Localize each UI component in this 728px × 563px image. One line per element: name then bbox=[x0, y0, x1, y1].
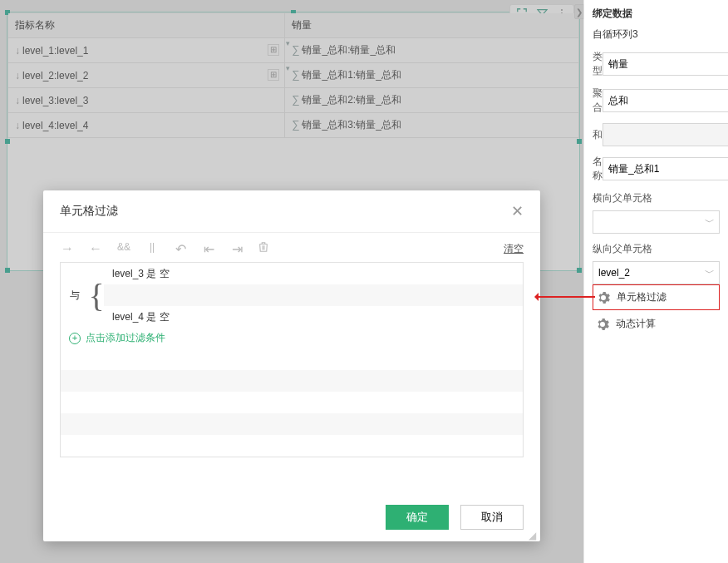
condition-row-empty bbox=[61, 413, 523, 435]
dynamic-calc-label: 动态计算 bbox=[616, 317, 656, 331]
and-icon[interactable]: && bbox=[116, 241, 131, 257]
condition-row[interactable]: level_4 是 空 bbox=[104, 306, 523, 328]
arrow-right-icon[interactable]: → bbox=[60, 241, 75, 257]
arrow-left-icon[interactable]: ← bbox=[88, 241, 103, 257]
and-label: 和 bbox=[593, 128, 603, 142]
plus-icon: + bbox=[69, 333, 81, 344]
condition-row-empty bbox=[61, 370, 523, 392]
condition-row-empty bbox=[61, 348, 523, 370]
dynamic-calc-action[interactable]: 动态计算 bbox=[593, 310, 720, 338]
hparent-select[interactable] bbox=[593, 210, 720, 234]
close-icon[interactable]: ✕ bbox=[511, 202, 524, 220]
modal-header: 单元格过滤 ✕ bbox=[43, 190, 540, 233]
name-input[interactable] bbox=[603, 157, 728, 180]
trash-icon[interactable] bbox=[258, 241, 273, 257]
side-panel: ❯ 绑定数据 自循环列3 类型 ﹀ 聚合 ﹀ 和 ﹀ 名称 横向父单元格 ﹀ 纵… bbox=[583, 0, 728, 563]
cell-filter-modal: 单元格过滤 ✕ → ← && || ↶ ⇤ ⇥ 清空 与 { level_3 是… bbox=[43, 190, 540, 541]
group-op-label: 与 bbox=[61, 263, 89, 328]
cell-filter-action[interactable]: 单元格过滤 bbox=[593, 284, 720, 310]
condition-row[interactable]: level_3 是 空 bbox=[104, 263, 523, 284]
conditions-list: 与 { level_3 是 空 level_4 是 空 + 点击添加过滤条件 bbox=[60, 262, 524, 457]
add-condition-label: 点击添加过滤条件 bbox=[86, 331, 165, 345]
agg-label: 聚合 bbox=[593, 86, 603, 115]
add-condition-button[interactable]: + 点击添加过滤条件 bbox=[61, 328, 523, 348]
condition-row-empty bbox=[61, 392, 523, 413]
loop-column-label: 自循环列3 bbox=[593, 27, 720, 42]
condition-row[interactable] bbox=[104, 284, 523, 306]
type-label: 类型 bbox=[593, 50, 603, 78]
modal-title: 单元格过滤 bbox=[60, 204, 118, 219]
brace-icon: { bbox=[89, 263, 104, 328]
annotation-arrow bbox=[537, 296, 595, 298]
gear-icon bbox=[596, 318, 609, 331]
condition-text: level_4 是 空 bbox=[112, 310, 170, 324]
outdent-icon[interactable]: ⇤ bbox=[201, 241, 216, 257]
type-select[interactable] bbox=[603, 52, 728, 76]
modal-toolbar: → ← && || ↶ ⇤ ⇥ 清空 bbox=[43, 233, 540, 262]
gear-icon bbox=[597, 291, 610, 304]
undo-icon[interactable]: ↶ bbox=[173, 241, 188, 257]
side-panel-title: 绑定数据 bbox=[593, 7, 720, 21]
agg-select[interactable] bbox=[603, 89, 728, 112]
and-select[interactable] bbox=[603, 123, 728, 146]
name-label: 名称 bbox=[593, 155, 603, 183]
cell-filter-label: 单元格过滤 bbox=[617, 290, 667, 304]
resize-grip-icon[interactable]: ◢ bbox=[529, 530, 537, 538]
vparent-label: 纵向父单元格 bbox=[593, 242, 720, 256]
condition-row-empty bbox=[61, 435, 523, 457]
clear-button[interactable]: 清空 bbox=[504, 242, 524, 256]
condition-text: level_3 是 空 bbox=[112, 267, 170, 281]
hparent-label: 横向父单元格 bbox=[593, 191, 720, 205]
indent-icon[interactable]: ⇥ bbox=[229, 241, 244, 257]
cancel-button[interactable]: 取消 bbox=[460, 505, 524, 530]
ok-button[interactable]: 确定 bbox=[386, 505, 449, 530]
vparent-select[interactable] bbox=[593, 261, 720, 284]
or-icon[interactable]: || bbox=[145, 241, 160, 257]
